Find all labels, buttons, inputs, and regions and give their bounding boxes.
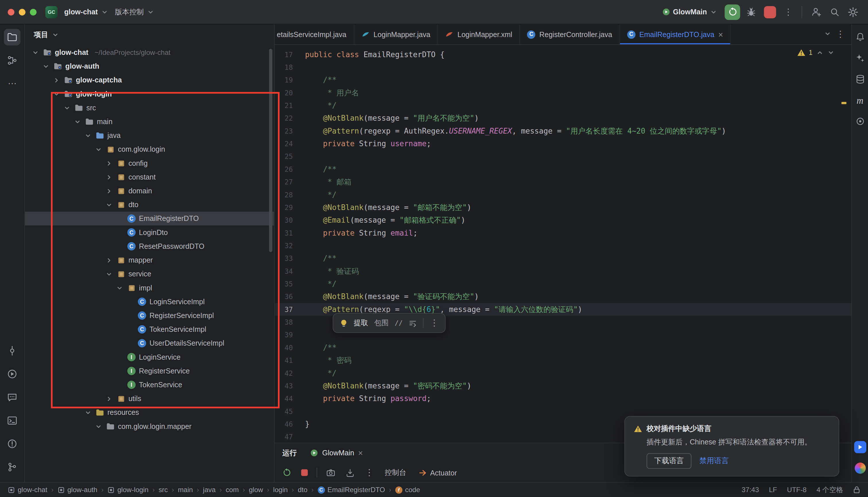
- tree-item-impl[interactable]: impl: [25, 281, 274, 295]
- breadcrumb-main[interactable]: main: [178, 486, 193, 494]
- editor-tab-etailsServiceImpl.java[interactable]: etailsServiceImpl.java: [275, 25, 354, 44]
- download-language-button[interactable]: 下载语言: [647, 453, 692, 469]
- rerun-button[interactable]: [281, 467, 293, 478]
- code-line-24[interactable]: 24 private String username;: [275, 137, 852, 150]
- code-line-32[interactable]: 32: [275, 239, 852, 252]
- plugin-avatar-button[interactable]: [853, 461, 867, 475]
- tree-item-service[interactable]: service: [25, 267, 274, 281]
- tree-item-RegisterServiceImpl[interactable]: CRegisterServiceImpl: [25, 309, 274, 322]
- inspection-widget[interactable]: 1: [797, 49, 835, 57]
- breadcrumb-login[interactable]: login: [273, 486, 288, 494]
- notifications-button[interactable]: [853, 30, 867, 44]
- tree-item-config[interactable]: config: [25, 156, 274, 170]
- tree-item-glow-captcha[interactable]: glow-captcha: [25, 73, 274, 87]
- ai-assistant-button[interactable]: [853, 51, 867, 65]
- debug-button[interactable]: [744, 4, 759, 19]
- editor[interactable]: 17public class EmailRegisterDTO {1819 /*…: [275, 45, 852, 443]
- code-line-19[interactable]: 19 /**: [275, 73, 852, 86]
- code-line-31[interactable]: 31 private String email;: [275, 227, 852, 239]
- search-everywhere-button[interactable]: [827, 4, 842, 19]
- breadcrumb-code[interactable]: fcode: [395, 486, 420, 494]
- settings-button[interactable]: [846, 4, 860, 19]
- code-line-17[interactable]: 17public class EmailRegisterDTO {: [275, 48, 852, 61]
- stop-button[interactable]: [762, 4, 778, 19]
- close-tab-icon[interactable]: ×: [718, 30, 723, 39]
- problems-toolwindow-button[interactable]: [4, 436, 20, 452]
- hidden-tabs-button[interactable]: [824, 30, 832, 39]
- terminal-toolwindow-button[interactable]: [4, 412, 20, 429]
- breadcrumb-EmailRegisterDTO[interactable]: CEmailRegisterDTO: [318, 486, 385, 494]
- actuator-tab[interactable]: Actuator: [416, 469, 459, 477]
- breadcrumb-glow[interactable]: glow: [249, 486, 263, 494]
- code-line-28[interactable]: 28 */: [275, 188, 852, 201]
- editor-tab-EmailRegisterDTO.java[interactable]: CEmailRegisterDTO.java×: [620, 25, 731, 44]
- tree-item-com.glow.login[interactable]: com.glow.login: [25, 142, 274, 156]
- endpoints-toolwindow-button[interactable]: [853, 114, 867, 128]
- close-window-button[interactable]: [8, 9, 14, 15]
- code-line-33[interactable]: 33 /**: [275, 252, 852, 265]
- version-control-toolwindow-button[interactable]: [4, 459, 20, 475]
- tree-item-glow-auth[interactable]: glow-auth: [25, 59, 274, 73]
- comment-icon[interactable]: //: [395, 319, 403, 327]
- code-line-42[interactable]: 42 */: [275, 367, 852, 380]
- chevron-up-icon[interactable]: [816, 49, 824, 57]
- run-configuration-select[interactable]: GlowMain: [659, 5, 721, 18]
- breadcrumb-com[interactable]: com: [225, 486, 239, 494]
- tree-item-constant[interactable]: constant: [25, 170, 274, 184]
- code-line-20[interactable]: 20 * 用户名: [275, 86, 852, 99]
- code-line-21[interactable]: 21 */: [275, 99, 852, 112]
- tree-item-src[interactable]: src: [25, 101, 274, 115]
- breadcrumb-src[interactable]: src: [159, 486, 168, 494]
- breadcrumb-glow-chat[interactable]: glow-chat: [8, 486, 47, 494]
- tree-item-ResetPasswordDTO[interactable]: CResetPasswordDTO: [25, 239, 274, 253]
- code-line-34[interactable]: 34 * 验证码: [275, 265, 852, 278]
- structure-toolwindow-button[interactable]: [4, 52, 20, 69]
- more-options-button[interactable]: ⋮: [364, 467, 375, 478]
- tree-item-RegisterService[interactable]: IRegisterService: [25, 364, 274, 378]
- tree-item-domain[interactable]: domain: [25, 184, 274, 198]
- editor-tab-LoginMapper.java[interactable]: LoginMapper.java: [354, 25, 438, 44]
- code-line-41[interactable]: 41 * 密码: [275, 354, 852, 367]
- more-toolwindows-button[interactable]: ⋯: [4, 75, 20, 92]
- code-line-43[interactable]: 43 @NotBlank(message = "密码不能为空"): [275, 380, 852, 392]
- code-line-29[interactable]: 29 @NotBlank(message = "邮箱不能为空"): [275, 201, 852, 214]
- caret-position[interactable]: 37:43: [742, 486, 759, 494]
- tree-item-glow-chat[interactable]: glow-chat~/IdeaProjects/glow-chat: [25, 45, 274, 59]
- editor-tab-LoginMapper.xml[interactable]: LoginMapper.xml: [438, 25, 520, 44]
- line-separator[interactable]: LF: [769, 486, 777, 494]
- chevron-down-icon[interactable]: [827, 49, 835, 57]
- tree-item-UserDetailsServiceImpl[interactable]: CUserDetailsServiceImpl: [25, 337, 274, 350]
- live-template-icon[interactable]: [409, 319, 417, 327]
- console-tab[interactable]: 控制台: [383, 468, 409, 478]
- tree-item-resources[interactable]: resources: [25, 406, 274, 420]
- code-line-40[interactable]: 40 /**: [275, 341, 852, 354]
- tree-item-com.glow.login.mapper[interactable]: com.glow.login.mapper: [25, 420, 274, 433]
- disable-language-button[interactable]: 禁用语言: [699, 454, 729, 468]
- code-line-27[interactable]: 27 * 邮箱: [275, 175, 852, 188]
- tree-item-LoginService[interactable]: ILoginService: [25, 350, 274, 364]
- tree-item-TokenServiceImpl[interactable]: CTokenServiceImpl: [25, 322, 274, 336]
- tree-item-mapper[interactable]: mapper: [25, 253, 274, 267]
- project-toolwindow-button[interactable]: [4, 29, 20, 45]
- extract-action[interactable]: 提取: [354, 318, 368, 328]
- code-line-23[interactable]: 23 @Pattern(regexp = AuthRegex.USERNAME_…: [275, 125, 852, 137]
- code-line-22[interactable]: 22 @NotBlank(message = "用户名不能为空"): [275, 112, 852, 125]
- code-line-30[interactable]: 30 @Email(message = "邮箱格式不正确"): [275, 214, 852, 226]
- zoom-window-button[interactable]: [30, 9, 36, 15]
- file-encoding[interactable]: UTF-8: [787, 486, 807, 494]
- tree-item-main[interactable]: main: [25, 115, 274, 128]
- tree-item-glow-login[interactable]: glow-login: [25, 87, 274, 101]
- kebab-icon[interactable]: ⋮: [430, 318, 439, 327]
- code-line-26[interactable]: 26 /**: [275, 163, 852, 175]
- editor-tab-RegisterController.java[interactable]: CRegisterController.java: [520, 25, 620, 44]
- notification-badge-button[interactable]: [853, 440, 867, 454]
- close-tab-icon[interactable]: ×: [358, 449, 363, 457]
- tree-item-LoginServiceImpl[interactable]: CLoginServiceImpl: [25, 295, 274, 309]
- import-dump-button[interactable]: [344, 467, 356, 479]
- services-toolwindow-button[interactable]: [4, 366, 20, 382]
- tree-item-utils[interactable]: utils: [25, 392, 274, 406]
- intention-bulb-icon[interactable]: [340, 319, 348, 327]
- code-line-25[interactable]: 25: [275, 150, 852, 163]
- chat-toolwindow-button[interactable]: [4, 389, 20, 406]
- tree-item-java[interactable]: java: [25, 128, 274, 142]
